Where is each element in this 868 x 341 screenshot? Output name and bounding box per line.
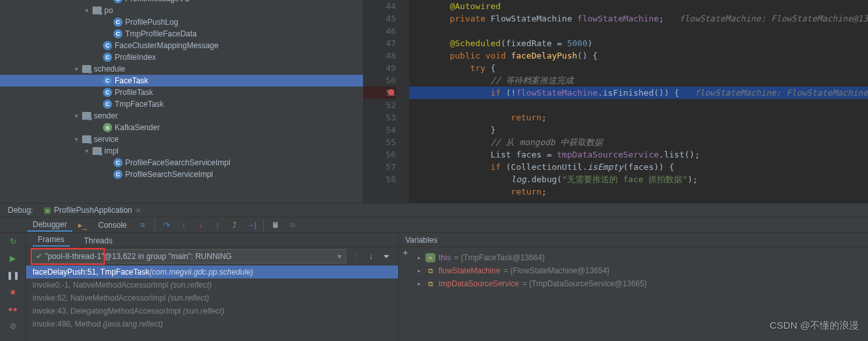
value-icon: = xyxy=(426,253,435,262)
class-icon: C xyxy=(103,100,112,109)
step-over-icon[interactable]: ↷ xyxy=(160,219,173,232)
link-icon: ⧉ xyxy=(426,266,435,275)
next-frame-icon[interactable]: ↓ xyxy=(364,250,377,263)
tree-item[interactable]: SKafkaSender xyxy=(0,122,363,133)
package-icon xyxy=(93,7,102,14)
check-icon: ✔ xyxy=(36,252,42,261)
rerun-icon[interactable]: ↻ xyxy=(7,236,19,247)
close-icon[interactable]: ✕ xyxy=(136,207,141,214)
stack-frame[interactable]: invoke:43, DelegatingMethodAccessorImpl … xyxy=(26,305,398,318)
tree-item-label: ProfileTask xyxy=(115,88,153,97)
run-to-cursor-icon[interactable]: →| xyxy=(245,219,258,232)
tree-item[interactable]: ▾impl xyxy=(0,145,363,157)
stack-frames-list[interactable]: faceDelayPush:51, TmpFaceTask (com.megvi… xyxy=(26,266,398,341)
threads-icon[interactable]: ≡ xyxy=(136,219,149,232)
variable-name: this xyxy=(439,253,451,262)
singleton-icon: S xyxy=(103,123,112,132)
tree-item[interactable]: ▾po xyxy=(0,5,363,16)
code-editor[interactable]: 444546474849505152535455565758 @Autowire… xyxy=(364,0,868,203)
stack-frame[interactable]: invoke:498, Method (java.lang.reflect) xyxy=(26,318,398,331)
chevron-down-icon: ▾ xyxy=(73,136,80,143)
variable-row[interactable]: ▸=this = {TmpFaceTask@13664} xyxy=(416,251,868,264)
class-icon: C xyxy=(113,158,123,167)
thread-selector[interactable]: ✔ "pool-8-thread-1" @13,622 in group "ma… xyxy=(31,249,346,264)
package-icon xyxy=(82,65,91,73)
package-icon xyxy=(93,147,102,155)
tree-item[interactable]: CProfileMessageVO xyxy=(0,0,363,5)
step-out-icon[interactable]: ↑ xyxy=(211,219,224,232)
class-icon: C xyxy=(113,0,123,3)
tab-frames[interactable]: Frames xyxy=(33,234,70,247)
debug-toolwindow-bar: Debug: ▣ ProfilePushApplication ✕ xyxy=(0,203,868,217)
prev-frame-icon[interactable]: ↑ xyxy=(349,250,362,263)
breakpoint-icon[interactable] xyxy=(388,89,394,96)
tree-item-label: ProfileMessageVO xyxy=(125,0,190,3)
tree-item[interactable]: CProfileSearchServiceImpl xyxy=(0,169,363,180)
variable-row[interactable]: ▸⧉tmpDataSourceService = {TmpDataSourceS… xyxy=(416,277,868,290)
project-tree[interactable]: CProfileMessageVO▾poCProfilePushLogCTmpP… xyxy=(0,0,364,203)
variable-row[interactable]: ▸⧉flowStateMachine = {FlowStateMachine@1… xyxy=(416,264,868,277)
tree-item[interactable]: ▾schedule xyxy=(0,63,363,75)
tree-item-label: FaceClusterMappingMessage xyxy=(115,41,218,50)
pause-icon[interactable]: ❚❚ xyxy=(7,269,19,281)
console-icon[interactable]: ▸_ xyxy=(76,219,89,232)
step-into-icon[interactable]: ↓ xyxy=(177,219,190,232)
tree-item[interactable]: ▾sender xyxy=(0,110,363,122)
resume-icon[interactable]: ▶ xyxy=(7,252,19,264)
class-icon: C xyxy=(103,76,112,85)
tab-threads[interactable]: Threads xyxy=(79,235,118,247)
editor-code[interactable]: @Autowired private FlowStateMachine flow… xyxy=(409,0,868,203)
class-icon: C xyxy=(113,18,123,27)
debug-side-toolbar: ↻ ▶ ❚❚ ■ ●● ⊘ xyxy=(0,233,26,341)
view-breakpoints-icon[interactable]: ●● xyxy=(7,303,19,315)
tree-item[interactable]: CTmpFaceTask xyxy=(0,98,363,110)
tree-item-label: TmpFaceTask xyxy=(115,100,164,109)
chevron-right-icon: ▸ xyxy=(416,254,422,261)
tree-item[interactable]: CProfilePushLog xyxy=(0,16,363,28)
class-icon: C xyxy=(113,29,123,38)
stop-icon[interactable]: ■ xyxy=(7,286,19,298)
tree-item[interactable]: CProfileIndex xyxy=(0,51,363,63)
stack-frame[interactable]: invoke:62, NativeMethodAccessorImpl (sun… xyxy=(26,292,398,305)
thread-name: "pool-8-thread-1" xyxy=(45,252,104,261)
debug-app-name: ProfilePushApplication xyxy=(54,206,132,215)
chevron-down-icon: ▾ xyxy=(73,113,80,119)
app-icon: ▣ xyxy=(44,206,51,215)
chevron-down-icon: ▾ xyxy=(83,7,90,14)
tab-console[interactable]: Console xyxy=(93,219,132,231)
tree-item[interactable]: CProfileTask xyxy=(0,87,363,98)
tree-item-label: FaceTask xyxy=(115,76,148,85)
filter-icon[interactable]: ⏷ xyxy=(380,250,393,263)
stack-frame[interactable]: faceDelayPush:51, TmpFaceTask (com.megvi… xyxy=(26,266,398,279)
class-icon: C xyxy=(113,170,123,179)
add-watch-icon[interactable]: + xyxy=(399,247,412,290)
tree-item-label: ProfileSearchServiceImpl xyxy=(125,170,213,179)
tree-item-label: po xyxy=(104,6,113,15)
package-icon xyxy=(82,112,91,120)
tree-item[interactable]: CProfileFaceSearchServiceImpl xyxy=(0,157,363,169)
evaluate-icon[interactable]: 🖩 xyxy=(269,219,282,232)
package-icon xyxy=(82,135,91,143)
chevron-down-icon: ▾ xyxy=(73,66,80,72)
tree-item[interactable]: CFaceClusterMappingMessage xyxy=(0,40,363,51)
tree-item[interactable]: CTmpProfileFaceData xyxy=(0,28,363,40)
variables-list[interactable]: ▸=this = {TmpFaceTask@13664}▸⧉flowStateM… xyxy=(412,247,868,290)
drop-frame-icon[interactable]: ⤴ xyxy=(228,219,241,232)
trace-icon[interactable]: ≋ xyxy=(286,219,299,232)
class-icon: C xyxy=(103,41,112,50)
link-icon: ⧉ xyxy=(426,279,435,288)
class-icon: C xyxy=(103,88,112,97)
mute-breakpoints-icon[interactable]: ⊘ xyxy=(7,320,19,332)
tree-item-label: ProfilePushLog xyxy=(125,18,178,27)
tree-item[interactable]: ▾service xyxy=(0,133,363,145)
chevron-down-icon: ▾ xyxy=(83,148,90,154)
stack-frame[interactable]: invoke0:-1, NativeMethodAccessorImpl (su… xyxy=(26,279,398,292)
variables-panel: Variables + ▸=this = {TmpFaceTask@13664}… xyxy=(399,233,868,341)
debug-label: Debug: xyxy=(8,206,33,215)
tab-debugger[interactable]: Debugger xyxy=(27,219,72,232)
debug-config-tab[interactable]: ▣ ProfilePushApplication ✕ xyxy=(40,204,145,216)
tree-item[interactable]: CFaceTask xyxy=(0,75,363,87)
variable-value: = {TmpDataSourceService@13665} xyxy=(522,279,646,288)
tree-item-label: KafkaSender xyxy=(115,123,160,132)
force-step-into-icon[interactable]: ↓ xyxy=(194,219,207,232)
